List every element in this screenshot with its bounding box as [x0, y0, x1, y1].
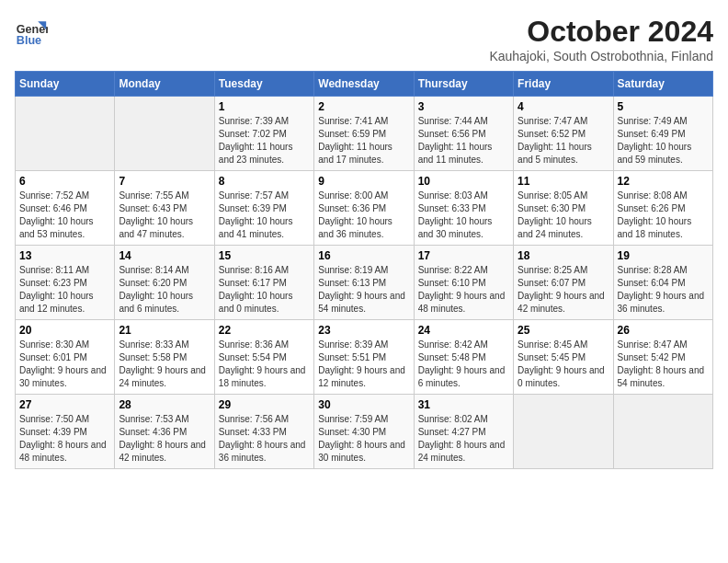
calendar-cell: 19Sunrise: 8:28 AMSunset: 6:04 PMDayligh… — [613, 246, 712, 320]
day-number: 28 — [119, 398, 210, 411]
calendar-cell: 27Sunrise: 7:50 AMSunset: 4:39 PMDayligh… — [16, 395, 115, 469]
calendar-cell: 7Sunrise: 7:55 AMSunset: 6:43 PMDaylight… — [115, 171, 214, 246]
day-number: 19 — [618, 249, 709, 262]
weekday-header-friday: Friday — [514, 72, 613, 97]
calendar-table: SundayMondayTuesdayWednesdayThursdayFrid… — [15, 71, 713, 469]
calendar-cell: 16Sunrise: 8:19 AMSunset: 6:13 PMDayligh… — [314, 246, 414, 320]
calendar-title: October 2024 — [489, 15, 713, 49]
day-info: Sunrise: 7:49 AMSunset: 6:49 PMDaylight:… — [618, 115, 709, 167]
day-info: Sunrise: 8:42 AMSunset: 5:48 PMDaylight:… — [418, 339, 509, 390]
weekday-header-row: SundayMondayTuesdayWednesdayThursdayFrid… — [16, 72, 713, 97]
svg-text:Blue: Blue — [17, 34, 41, 47]
day-info: Sunrise: 8:00 AMSunset: 6:36 PMDaylight:… — [318, 190, 409, 241]
calendar-cell: 23Sunrise: 8:39 AMSunset: 5:51 PMDayligh… — [314, 320, 414, 395]
page-header: General Blue October 2024 Kauhajoki, Sou… — [15, 15, 713, 63]
calendar-cell: 20Sunrise: 8:30 AMSunset: 6:01 PMDayligh… — [16, 320, 115, 395]
day-info: Sunrise: 8:08 AMSunset: 6:26 PMDaylight:… — [618, 190, 709, 241]
weekday-header-thursday: Thursday — [414, 72, 513, 97]
day-number: 6 — [19, 175, 110, 188]
day-number: 24 — [418, 324, 509, 337]
day-number: 7 — [119, 175, 210, 188]
calendar-cell — [115, 97, 214, 171]
day-number: 29 — [219, 398, 310, 411]
day-number: 30 — [318, 398, 409, 411]
weekday-header-tuesday: Tuesday — [214, 72, 313, 97]
calendar-cell: 1Sunrise: 7:39 AMSunset: 7:02 PMDaylight… — [214, 97, 313, 171]
day-number: 8 — [219, 175, 310, 188]
day-info: Sunrise: 8:16 AMSunset: 6:17 PMDaylight:… — [219, 264, 310, 316]
day-number: 21 — [119, 324, 210, 337]
calendar-cell: 30Sunrise: 7:59 AMSunset: 4:30 PMDayligh… — [314, 395, 414, 469]
calendar-cell: 8Sunrise: 7:57 AMSunset: 6:39 PMDaylight… — [214, 171, 313, 246]
calendar-cell: 12Sunrise: 8:08 AMSunset: 6:26 PMDayligh… — [613, 171, 712, 246]
calendar-cell: 26Sunrise: 8:47 AMSunset: 5:42 PMDayligh… — [613, 320, 712, 395]
day-info: Sunrise: 8:19 AMSunset: 6:13 PMDaylight:… — [318, 264, 409, 316]
day-info: Sunrise: 8:05 AMSunset: 6:30 PMDaylight:… — [518, 190, 609, 241]
day-number: 20 — [19, 324, 110, 337]
calendar-cell: 28Sunrise: 7:53 AMSunset: 4:36 PMDayligh… — [115, 395, 214, 469]
day-number: 22 — [219, 324, 310, 337]
day-info: Sunrise: 7:52 AMSunset: 6:46 PMDaylight:… — [19, 190, 110, 241]
day-info: Sunrise: 8:25 AMSunset: 6:07 PMDaylight:… — [518, 264, 609, 316]
day-info: Sunrise: 8:47 AMSunset: 5:42 PMDaylight:… — [618, 339, 709, 390]
calendar-cell — [613, 395, 712, 469]
calendar-week-2: 6Sunrise: 7:52 AMSunset: 6:46 PMDaylight… — [16, 171, 713, 246]
calendar-cell: 5Sunrise: 7:49 AMSunset: 6:49 PMDaylight… — [613, 97, 712, 171]
day-info: Sunrise: 7:59 AMSunset: 4:30 PMDaylight:… — [318, 413, 409, 465]
weekday-header-saturday: Saturday — [613, 72, 712, 97]
day-info: Sunrise: 8:28 AMSunset: 6:04 PMDaylight:… — [618, 264, 709, 316]
day-info: Sunrise: 8:03 AMSunset: 6:33 PMDaylight:… — [418, 190, 509, 241]
day-number: 3 — [418, 100, 509, 113]
calendar-cell: 6Sunrise: 7:52 AMSunset: 6:46 PMDaylight… — [16, 171, 115, 246]
day-number: 27 — [19, 398, 110, 411]
day-info: Sunrise: 8:45 AMSunset: 5:45 PMDaylight:… — [518, 339, 609, 390]
day-info: Sunrise: 8:36 AMSunset: 5:54 PMDaylight:… — [219, 339, 310, 390]
day-info: Sunrise: 8:22 AMSunset: 6:10 PMDaylight:… — [418, 264, 509, 316]
day-number: 16 — [318, 249, 409, 262]
day-number: 2 — [318, 100, 409, 113]
calendar-cell: 22Sunrise: 8:36 AMSunset: 5:54 PMDayligh… — [214, 320, 313, 395]
calendar-cell: 29Sunrise: 7:56 AMSunset: 4:33 PMDayligh… — [214, 395, 313, 469]
calendar-cell: 21Sunrise: 8:33 AMSunset: 5:58 PMDayligh… — [115, 320, 214, 395]
day-number: 26 — [618, 324, 709, 337]
day-info: Sunrise: 7:50 AMSunset: 4:39 PMDaylight:… — [19, 413, 110, 465]
weekday-header-monday: Monday — [115, 72, 214, 97]
calendar-cell: 25Sunrise: 8:45 AMSunset: 5:45 PMDayligh… — [514, 320, 613, 395]
title-block: October 2024 Kauhajoki, South Ostrobothn… — [489, 15, 713, 63]
weekday-header-sunday: Sunday — [16, 72, 115, 97]
day-number: 1 — [219, 100, 310, 113]
day-number: 10 — [418, 175, 509, 188]
weekday-header-wednesday: Wednesday — [314, 72, 414, 97]
day-info: Sunrise: 8:14 AMSunset: 6:20 PMDaylight:… — [119, 264, 210, 316]
calendar-week-4: 20Sunrise: 8:30 AMSunset: 6:01 PMDayligh… — [16, 320, 713, 395]
calendar-cell — [514, 395, 613, 469]
logo-icon: General Blue — [15, 15, 48, 48]
calendar-cell: 3Sunrise: 7:44 AMSunset: 6:56 PMDaylight… — [414, 97, 513, 171]
day-info: Sunrise: 7:57 AMSunset: 6:39 PMDaylight:… — [219, 190, 310, 241]
day-number: 9 — [318, 175, 409, 188]
day-number: 15 — [219, 249, 310, 262]
calendar-week-5: 27Sunrise: 7:50 AMSunset: 4:39 PMDayligh… — [16, 395, 713, 469]
day-number: 5 — [618, 100, 709, 113]
calendar-cell: 15Sunrise: 8:16 AMSunset: 6:17 PMDayligh… — [214, 246, 313, 320]
calendar-subtitle: Kauhajoki, South Ostrobothnia, Finland — [489, 49, 713, 63]
calendar-cell: 18Sunrise: 8:25 AMSunset: 6:07 PMDayligh… — [514, 246, 613, 320]
calendar-cell: 17Sunrise: 8:22 AMSunset: 6:10 PMDayligh… — [414, 246, 513, 320]
calendar-week-3: 13Sunrise: 8:11 AMSunset: 6:23 PMDayligh… — [16, 246, 713, 320]
day-number: 13 — [19, 249, 110, 262]
day-info: Sunrise: 7:39 AMSunset: 7:02 PMDaylight:… — [219, 115, 310, 167]
day-number: 31 — [418, 398, 509, 411]
day-info: Sunrise: 8:11 AMSunset: 6:23 PMDaylight:… — [19, 264, 110, 316]
day-info: Sunrise: 7:56 AMSunset: 4:33 PMDaylight:… — [219, 413, 310, 465]
calendar-cell: 10Sunrise: 8:03 AMSunset: 6:33 PMDayligh… — [414, 171, 513, 246]
calendar-cell: 11Sunrise: 8:05 AMSunset: 6:30 PMDayligh… — [514, 171, 613, 246]
day-number: 4 — [518, 100, 609, 113]
day-info: Sunrise: 8:30 AMSunset: 6:01 PMDaylight:… — [19, 339, 110, 390]
day-info: Sunrise: 8:02 AMSunset: 4:27 PMDaylight:… — [418, 413, 509, 465]
calendar-cell: 2Sunrise: 7:41 AMSunset: 6:59 PMDaylight… — [314, 97, 414, 171]
day-info: Sunrise: 7:41 AMSunset: 6:59 PMDaylight:… — [318, 115, 409, 167]
day-info: Sunrise: 8:39 AMSunset: 5:51 PMDaylight:… — [318, 339, 409, 390]
calendar-cell: 13Sunrise: 8:11 AMSunset: 6:23 PMDayligh… — [16, 246, 115, 320]
day-number: 11 — [518, 175, 609, 188]
day-info: Sunrise: 7:44 AMSunset: 6:56 PMDaylight:… — [418, 115, 509, 167]
